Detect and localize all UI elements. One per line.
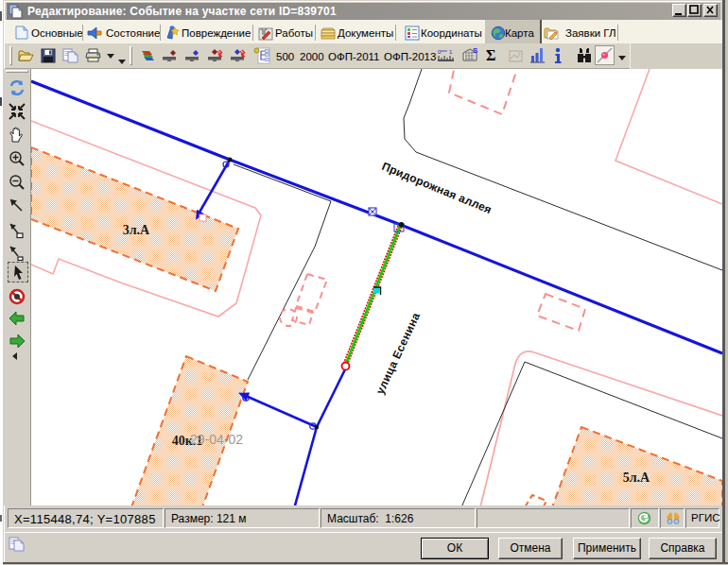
svg-text:3л.А: 3л.А	[123, 223, 150, 237]
svg-text:улица Есенина: улица Есенина	[373, 310, 423, 396]
svg-text:Придорожная аллея: Придорожная аллея	[380, 160, 494, 216]
svg-text:S: S	[473, 47, 478, 55]
svg-text:29-04-02: 29-04-02	[190, 432, 243, 447]
svg-text:5л.А: 5л.А	[623, 471, 650, 485]
svg-text:0: 0	[438, 49, 442, 55]
svg-text:1: 1	[449, 49, 453, 55]
